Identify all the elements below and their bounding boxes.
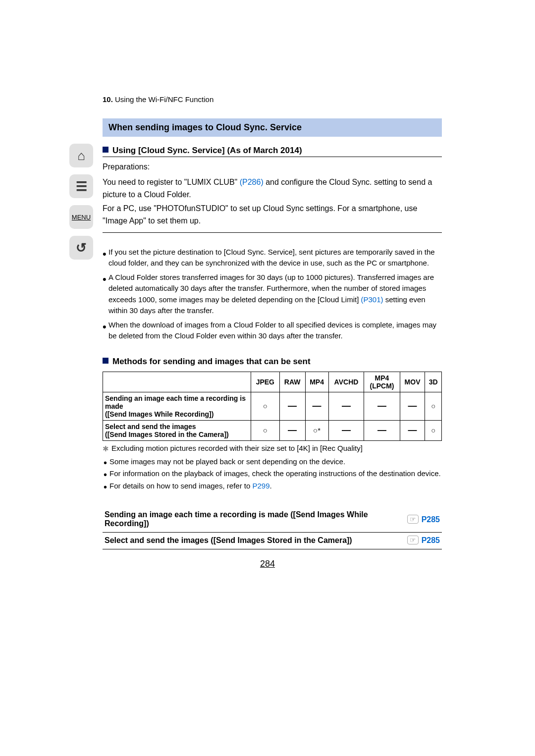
breadcrumb: 10. Using the Wi-Fi/NFC Function <box>103 95 442 104</box>
chapter-title: Using the Wi-Fi/NFC Function <box>115 95 214 104</box>
asterisk-icon: ✱ <box>103 444 109 453</box>
menu-button[interactable]: MENU <box>69 205 93 229</box>
back-icon[interactable]: ↺ <box>69 236 93 260</box>
link-p301[interactable]: (P301) <box>361 295 383 304</box>
cell: — <box>279 392 305 420</box>
table-row: Sending an image each time a recording i… <box>103 392 442 420</box>
cell: — <box>328 420 364 440</box>
col-raw: RAW <box>279 372 305 392</box>
home-icon[interactable]: ⌂ <box>69 144 93 167</box>
tnote-1: Some images may not be played back or se… <box>103 456 442 469</box>
col-jpeg: JPEG <box>251 372 280 392</box>
jump-text: Select and send the images ([Send Images… <box>105 536 352 545</box>
link-p299[interactable]: P299 <box>252 482 269 490</box>
cell: — <box>328 392 364 420</box>
row-label-1: Sending an image each time a recording i… <box>103 392 251 420</box>
page: ⌂ ☰ MENU ↺ 10. Using the Wi-Fi/NFC Funct… <box>0 0 535 756</box>
row-label-2: Select and send the images ([Send Images… <box>103 420 251 440</box>
jump-text: Sending an image each time a recording i… <box>105 510 401 528</box>
cell: ○ <box>425 392 442 420</box>
chapter-number: 10. <box>103 95 113 104</box>
pointer-icon: ☞ <box>407 536 419 544</box>
notes-list: If you set the picture destination to [C… <box>103 247 442 345</box>
jump-rows: Sending an image each time a recording i… <box>103 507 442 549</box>
subheading-methods: Methods for sending and images that can … <box>103 357 442 367</box>
cell: — <box>279 420 305 440</box>
prep-intro-2: For a PC, use "PHOTOfunSTUDIO" to set up… <box>103 203 442 227</box>
preparations-box: Preparations: You need to register to "L… <box>103 157 442 233</box>
subheading-using: Using [Cloud Sync. Service] (As of March… <box>103 146 442 156</box>
jump-row-2[interactable]: Select and send the images ([Send Images… <box>103 533 442 549</box>
note-3: When the download of images from a Cloud… <box>103 320 442 345</box>
cell: — <box>364 420 400 440</box>
note-1: If you set the picture destination to [C… <box>103 247 442 272</box>
cell: ○* <box>305 420 328 440</box>
link-p286[interactable]: (P286) <box>240 178 264 186</box>
preparations-label: Preparations: <box>103 161 442 173</box>
col-mov: MOV <box>400 372 425 392</box>
table-header-row: JPEG RAW MP4 AVCHD MP4 (LPCM) MOV 3D <box>103 372 442 392</box>
toc-icon[interactable]: ☰ <box>69 174 93 198</box>
tnote-2: For information on the playback of image… <box>103 468 442 481</box>
format-table: JPEG RAW MP4 AVCHD MP4 (LPCM) MOV 3D Sen… <box>103 372 442 441</box>
table-row: Select and send the images ([Send Images… <box>103 420 442 440</box>
cell: ○ <box>251 420 280 440</box>
col-avchd: AVCHD <box>328 372 364 392</box>
square-bullet-icon <box>103 358 108 364</box>
col-3d: 3D <box>425 372 442 392</box>
pointer-icon: ☞ <box>407 515 419 524</box>
cell: — <box>305 392 328 420</box>
square-bullet-icon <box>103 147 108 153</box>
note-2: A Cloud Folder stores transferred images… <box>103 272 442 320</box>
col-mp4: MP4 <box>305 372 328 392</box>
prep-intro-1a: You need to register to "LUMIX CLUB" <box>103 178 240 186</box>
star-footnote: ✱ Excluding motion pictures recorded wit… <box>103 444 442 452</box>
section-heading: When sending images to Cloud Sync. Servi… <box>103 118 442 137</box>
cell: — <box>400 420 425 440</box>
cell: — <box>400 392 425 420</box>
side-nav: ⌂ ☰ MENU ↺ <box>69 144 97 267</box>
col-mp4-lpcm: MP4 (LPCM) <box>364 372 400 392</box>
jump-ref[interactable]: ☞P285 <box>401 515 440 524</box>
tnote-3: For details on how to send images, refer… <box>103 481 442 493</box>
cell: ○ <box>251 392 280 420</box>
jump-ref[interactable]: ☞P285 <box>401 536 440 545</box>
page-number: 284 <box>0 559 535 569</box>
content-column: 10. Using the Wi-Fi/NFC Function When se… <box>103 95 442 549</box>
cell: — <box>364 392 400 420</box>
cell: ○ <box>425 420 442 440</box>
table-notes-list: Some images may not be played back or se… <box>103 456 442 493</box>
jump-row-1[interactable]: Sending an image each time a recording i… <box>103 507 442 533</box>
